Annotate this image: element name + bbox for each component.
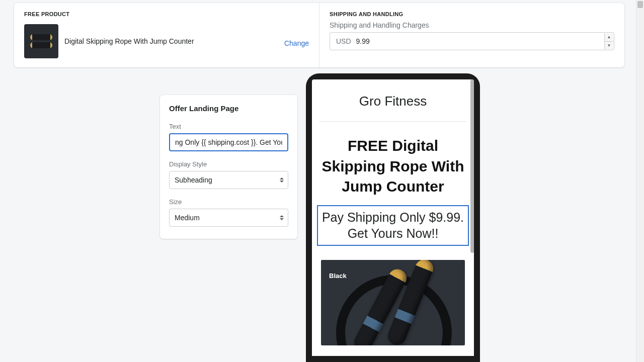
stepper-up-icon[interactable]: ▲ <box>604 33 613 42</box>
size-label: Size <box>169 198 288 206</box>
scrollbar-thumb[interactable] <box>637 1 643 8</box>
preview-headline: FREE Digital Skipping Rope With Jump Cou… <box>312 122 474 202</box>
preview-brand: Gro Fitness <box>319 79 467 122</box>
text-field-label: Text <box>169 123 288 130</box>
product-name: Digital Skipping Rope With Jump Counter <box>64 37 194 45</box>
select-caret-icon <box>280 215 284 220</box>
shipping-cost-input-wrap[interactable]: USD ▲ ▼ <box>330 32 614 50</box>
phone-screen: Gro Fitness FREE Digital Skipping Rope W… <box>312 79 474 356</box>
product-thumbnail <box>24 24 58 58</box>
page-scrollbar[interactable] <box>636 0 644 362</box>
settings-card: FREE PRODUCT Digital Skipping Rope With … <box>14 3 624 67</box>
offer-landing-panel: Offer Landing Page Text Display Style Su… <box>160 95 297 239</box>
change-product-link[interactable]: Change <box>284 39 309 47</box>
shipping-section: SHIPPING AND HANDLING Shipping and Handl… <box>319 3 624 67</box>
display-style-select[interactable]: Subheading <box>169 171 288 189</box>
select-caret-icon <box>280 177 284 183</box>
free-product-label: FREE PRODUCT <box>24 11 309 17</box>
preview-scrollbar[interactable] <box>470 79 474 253</box>
phone-preview-frame: Gro Fitness FREE Digital Skipping Rope W… <box>306 73 480 362</box>
stepper-down-icon[interactable]: ▼ <box>604 42 613 50</box>
variant-label: Black <box>329 272 347 280</box>
shipping-section-label: SHIPPING AND HANDLING <box>330 11 614 17</box>
number-stepper: ▲ ▼ <box>604 33 613 49</box>
shipping-cost-input[interactable] <box>356 37 601 45</box>
product-row: Digital Skipping Rope With Jump Counter <box>24 24 309 58</box>
size-select[interactable]: Medium <box>169 209 288 227</box>
panel-title: Offer Landing Page <box>169 104 288 113</box>
free-product-section: FREE PRODUCT Digital Skipping Rope With … <box>14 3 319 67</box>
size-value: Medium <box>175 214 200 222</box>
preview-product-image: Black <box>321 260 465 345</box>
text-field-input[interactable] <box>169 133 288 151</box>
display-style-value: Subheading <box>175 176 212 184</box>
display-style-label: Display Style <box>169 160 288 168</box>
currency-prefix: USD <box>336 37 351 45</box>
preview-subheading: Pay Shipping Only $9.99. Get Yours Now!! <box>317 205 469 246</box>
shipping-field-label: Shipping and Handling Charges <box>330 21 614 29</box>
